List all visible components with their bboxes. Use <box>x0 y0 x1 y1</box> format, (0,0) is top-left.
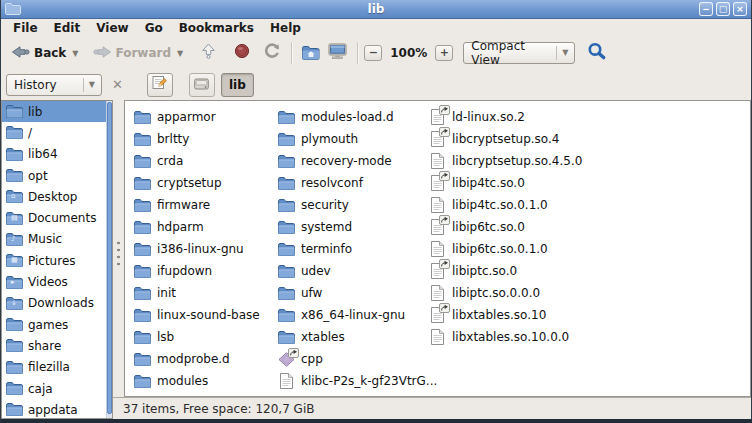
file-item[interactable]: firmware <box>133 194 260 216</box>
folder-icon <box>277 221 295 234</box>
sidebar-item-caja[interactable]: caja <box>2 378 106 399</box>
file-item[interactable]: libcryptsetup.so.4 <box>428 128 582 150</box>
sidebar-item-label: lib <box>28 105 42 119</box>
file-name-label: ifupdown <box>157 264 212 278</box>
file-item[interactable]: hdparm <box>133 216 260 238</box>
sidebar-item-lib[interactable]: lib <box>2 101 106 122</box>
file-item[interactable]: security <box>277 194 437 216</box>
titlebar[interactable]: lib − ▢ × <box>1 0 751 19</box>
file-item[interactable]: cpp <box>277 348 437 370</box>
file-item[interactable]: libiptc.so.0.0.0 <box>428 282 582 304</box>
sidebar-item-downloads[interactable]: ↓Downloads <box>2 293 106 314</box>
file-item[interactable]: i386-linux-gnu <box>133 238 260 260</box>
file-item[interactable]: udev <box>277 260 437 282</box>
back-history-dropdown[interactable]: ▼ <box>70 49 80 58</box>
file-item[interactable]: linux-sound-base <box>133 304 260 326</box>
home-button[interactable] <box>298 43 324 63</box>
file-item[interactable]: libip6tc.so.0.1.0 <box>428 238 582 260</box>
file-item[interactable]: x86_64-linux-gnu <box>277 304 437 326</box>
close-side-pane-icon[interactable]: ✕ <box>108 77 127 92</box>
file-item[interactable]: klibc-P2s_k-gf23VtrG... <box>277 370 437 392</box>
up-button[interactable] <box>197 40 220 66</box>
sidebar-item-label: caja <box>28 382 53 396</box>
path-segment-lib[interactable]: lib <box>221 73 254 97</box>
computer-button[interactable] <box>324 40 351 66</box>
symlink-emblem-icon <box>439 104 450 118</box>
back-button[interactable]: Back <box>7 41 70 66</box>
file-item[interactable]: libip4tc.so.0 <box>428 172 582 194</box>
file-item[interactable]: recovery-mode <box>277 150 437 172</box>
file-name-label: systemd <box>301 220 352 234</box>
sidebar-scrollbar[interactable] <box>106 101 112 418</box>
zoom-out-button[interactable]: − <box>364 45 382 61</box>
forward-history-dropdown[interactable]: ▼ <box>175 49 185 58</box>
folder-icon <box>6 339 23 352</box>
sidebar-item-appdata[interactable]: appdata <box>2 399 106 418</box>
file-item[interactable]: cryptsetup <box>133 172 260 194</box>
file-item[interactable]: resolvconf <box>277 172 437 194</box>
file-item[interactable]: modules-load.d <box>277 106 437 128</box>
file-item[interactable]: apparmor <box>133 106 260 128</box>
file-item[interactable]: modules <box>133 370 260 392</box>
stop-button[interactable] <box>230 40 254 66</box>
menu-item-bookmarks[interactable]: Bookmarks <box>171 19 262 37</box>
file-symlink-icon <box>428 219 446 235</box>
file-item[interactable]: libxtables.so.10 <box>428 304 582 326</box>
file-item[interactable]: libip6tc.so.0 <box>428 216 582 238</box>
sidebar-item-label: appdata <box>28 403 78 417</box>
file-item[interactable]: xtables <box>277 326 437 348</box>
menu-item-view[interactable]: View <box>88 19 136 37</box>
sidebar-item-desktop[interactable]: ⌂Desktop <box>2 186 106 207</box>
file-name-label: init <box>157 286 176 300</box>
file-item[interactable]: libcryptsetup.so.4.5.0 <box>428 150 582 172</box>
search-button[interactable] <box>583 39 610 67</box>
menu-item-go[interactable]: Go <box>137 19 171 37</box>
sidebar-item-music[interactable]: ♪Music <box>2 229 106 250</box>
sidebar-item-label: Pictures <box>28 254 76 268</box>
file-item[interactable]: modprobe.d <box>133 348 260 370</box>
file-item[interactable]: libxtables.so.10.0.0 <box>428 326 582 348</box>
file-item[interactable]: brltty <box>133 128 260 150</box>
sidebar-item-pictures[interactable]: ▦Pictures <box>2 250 106 271</box>
sidebar-item-games[interactable]: games <box>2 314 106 335</box>
minimize-button[interactable]: − <box>699 2 713 16</box>
sidebar-item-share[interactable]: share <box>2 335 106 356</box>
maximize-button[interactable]: ▢ <box>716 2 730 16</box>
file-item[interactable]: ufw <box>277 282 437 304</box>
menu-item-help[interactable]: Help <box>262 19 309 37</box>
file-item[interactable]: ld-linux.so.2 <box>428 106 582 128</box>
path-root-button[interactable] <box>189 73 215 97</box>
file-item[interactable]: systemd <box>277 216 437 238</box>
file-item[interactable]: crda <box>133 150 260 172</box>
file-item[interactable]: init <box>133 282 260 304</box>
folder-icon <box>133 331 151 344</box>
sidebar-item-filezilla[interactable]: filezilla <box>2 357 106 378</box>
file-item[interactable]: plymouth <box>277 128 437 150</box>
file-view[interactable]: apparmorbrlttycrdacryptsetupfirmwarehdpa… <box>124 100 751 397</box>
zoom-in-button[interactable]: + <box>435 45 453 61</box>
close-button[interactable]: × <box>733 2 747 16</box>
sidebar-item-documents[interactable]: ▤Documents <box>2 207 106 228</box>
file-manager-window: lib − ▢ × FileEditViewGoBookmarksHelp Ba… <box>0 0 752 423</box>
view-mode-select[interactable]: Compact View ▼ <box>463 42 575 64</box>
file-item[interactable]: lsb <box>133 326 260 348</box>
file-name-label: cpp <box>301 352 323 366</box>
file-item[interactable]: ifupdown <box>133 260 260 282</box>
refresh-button[interactable] <box>260 40 285 66</box>
status-text: 37 items, Free space: 120,7 GiB <box>123 402 314 416</box>
edit-location-button[interactable] <box>147 73 173 97</box>
sidebar-item-opt[interactable]: opt <box>2 165 106 186</box>
file-item[interactable]: terminfo <box>277 238 437 260</box>
sidebar-item-lib64[interactable]: lib64 <box>2 144 106 165</box>
folder-icon <box>133 221 151 234</box>
file-item[interactable]: libip4tc.so.0.1.0 <box>428 194 582 216</box>
side-pane-selector[interactable]: History ▼ <box>6 74 102 96</box>
file-name-label: libcryptsetup.so.4 <box>452 132 559 146</box>
menu-item-file[interactable]: File <box>5 19 46 37</box>
pane-splitter[interactable] <box>113 100 124 397</box>
forward-button[interactable]: Forward <box>89 41 176 66</box>
menu-item-edit[interactable]: Edit <box>46 19 89 37</box>
sidebar-item--[interactable]: / <box>2 122 106 143</box>
file-item[interactable]: libiptc.so.0 <box>428 260 582 282</box>
sidebar-item-videos[interactable]: ▸Videos <box>2 271 106 292</box>
